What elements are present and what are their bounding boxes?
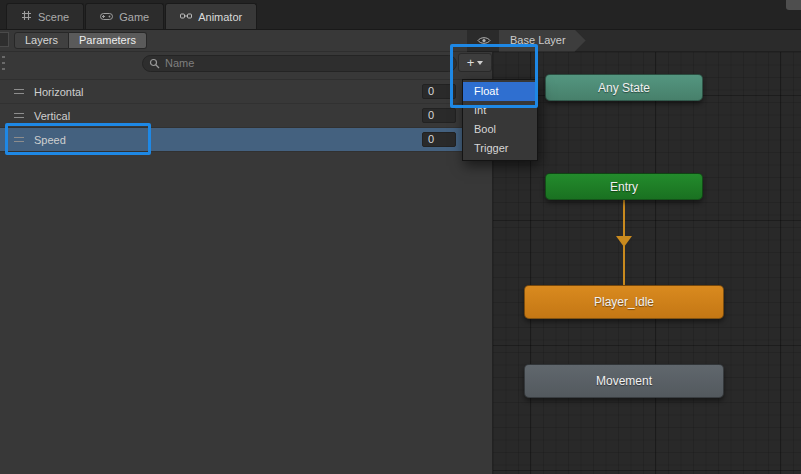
parameter-value-field[interactable]: 0 [422,108,456,123]
scene-grid-icon [21,10,32,23]
tab-scene-label: Scene [38,11,69,23]
unity-animator-window: Scene Game Animator Layers Parameters Ba… [0,0,801,474]
node-player-idle[interactable]: Player_Idle [524,285,724,319]
add-parameter-button[interactable]: + [458,53,492,72]
menu-item-trigger[interactable]: Trigger [463,139,537,158]
menu-item-int[interactable]: Int [463,101,537,120]
transition-arrowhead-icon [616,236,632,247]
node-any-state[interactable]: Any State [545,74,703,101]
parameters-toggle-button[interactable]: Parameters [69,32,147,49]
parameter-name: Vertical [34,110,70,122]
dock-drag-dots-icon[interactable] [2,56,5,72]
parameter-name: Horizontal [34,86,84,98]
parameter-type-menu: Float Int Bool Trigger [462,79,538,161]
layers-toggle-button[interactable]: Layers [14,32,69,49]
dock-edge-tab[interactable] [0,32,9,47]
animator-toolbar: Layers Parameters [0,30,467,52]
tab-scene[interactable]: Scene [6,3,84,29]
parameter-value-field[interactable]: 0 [422,84,456,99]
tab-game-label: Game [119,11,149,23]
parameter-name: Speed [34,134,66,146]
gamepad-icon [100,11,113,23]
menu-item-bool[interactable]: Bool [463,120,537,139]
breadcrumb-base-layer[interactable]: Base Layer [499,30,586,52]
tab-animator[interactable]: Animator [165,3,257,29]
state-machine-canvas[interactable]: Any State Entry Player_Idle Movement [493,52,801,474]
node-entry[interactable]: Entry [545,173,703,200]
editor-tab-bar: Scene Game Animator [0,0,801,30]
layer-visibility-button[interactable] [473,32,495,50]
node-movement[interactable]: Movement [524,364,724,398]
dropdown-arrow-icon [477,61,483,65]
parameter-search [142,55,457,72]
parameters-panel: + Horizontal 0 Vertical 0 Speed 0 [0,52,493,474]
plus-icon: + [467,56,475,69]
tab-game[interactable]: Game [85,3,164,29]
eye-icon [477,35,491,47]
window-corner-button[interactable] [786,0,801,10]
parameter-row-horizontal[interactable]: Horizontal 0 [0,80,493,104]
menu-item-float[interactable]: Float [463,82,537,101]
parameter-list: Horizontal 0 Vertical 0 Speed 0 [0,79,493,152]
parameter-row-vertical[interactable]: Vertical 0 [0,104,493,128]
search-input[interactable] [142,55,457,72]
parameter-value-field[interactable]: 0 [422,132,456,147]
animator-statemachine-icon [180,11,192,23]
drag-handle-icon[interactable] [14,113,24,118]
parameter-row-speed[interactable]: Speed 0 [0,128,493,152]
tab-animator-label: Animator [198,11,242,23]
drag-handle-icon[interactable] [14,137,24,142]
drag-handle-icon[interactable] [14,89,24,94]
graph-breadcrumb-bar: Base Layer [467,30,801,52]
